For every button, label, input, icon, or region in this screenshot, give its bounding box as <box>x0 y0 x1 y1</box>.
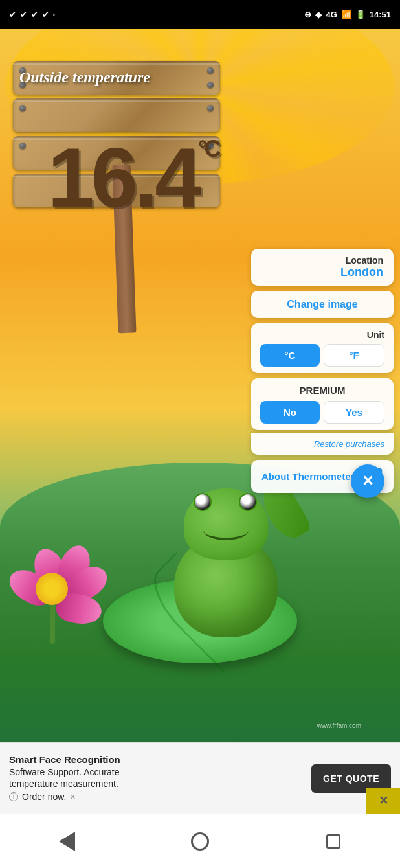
temperature-value: 16.4 °C <box>47 129 198 226</box>
battery-icon: 🔋 <box>355 10 366 19</box>
check-icon-3: ✔ <box>31 10 38 19</box>
watermark: www.frfam.com <box>317 722 361 729</box>
ad-close-icon[interactable]: ✕ <box>70 793 76 801</box>
change-image-label: Change image <box>287 299 357 310</box>
ad-line3: temperature measurement. <box>9 778 305 790</box>
ad-line2: Software Support. Accurate <box>9 766 305 778</box>
back-icon <box>59 832 75 851</box>
frog-eye-left <box>194 493 212 511</box>
dot-icon: • <box>53 12 55 17</box>
frog-smile <box>203 521 249 540</box>
ad-info-icon: i <box>9 792 18 801</box>
fahrenheit-button[interactable]: °F <box>324 344 384 367</box>
flower-center <box>36 573 68 605</box>
unit-label: Unit <box>260 330 384 340</box>
nav-home-button[interactable] <box>184 825 216 858</box>
settings-panel: Location London Change image Unit °C °F … <box>251 249 394 498</box>
nav-back-button[interactable] <box>50 825 83 858</box>
network-label: 4G <box>326 10 337 19</box>
nav-recent-button[interactable] <box>317 825 350 858</box>
ad-line4: Order now. <box>22 791 66 803</box>
strip-x-icon: ✕ <box>379 794 388 808</box>
close-button[interactable]: ✕ <box>351 464 384 498</box>
check-icon-1: ✔ <box>9 10 16 19</box>
restore-purchases-link[interactable]: Restore purchases <box>314 439 384 449</box>
ad-info-row: i Order now. ✕ <box>9 791 305 803</box>
check-icon-4: ✔ <box>42 10 49 19</box>
time-display: 14:51 <box>370 10 391 19</box>
about-label: About Thermometer <box>261 471 354 482</box>
screw-icon <box>207 105 214 111</box>
unit-block: Unit °C °F <box>251 323 394 373</box>
banner-ad: Smart Face Recognition Software Support.… <box>0 742 400 814</box>
status-right: ⊖ ◆ 4G 📶 🔋 14:51 <box>304 10 391 19</box>
location-label: Location <box>261 255 383 266</box>
premium-no-button[interactable]: No <box>260 401 320 424</box>
temperature-display: 16.4 °C <box>16 113 230 242</box>
wifi-icon: ◆ <box>315 10 322 19</box>
screw-icon <box>19 105 26 111</box>
change-image-button[interactable]: Change image <box>251 291 394 318</box>
outside-temp-label: Outside temperature <box>19 69 214 86</box>
ad-title: Smart Face Recognition <box>9 753 305 766</box>
bottom-navigation <box>0 814 400 868</box>
premium-label: PREMIUM <box>260 385 384 396</box>
frog <box>161 501 291 644</box>
location-block: Location London <box>251 249 394 286</box>
restore-purchases-block: Restore purchases <box>251 433 394 455</box>
block-icon: ⊖ <box>304 10 311 19</box>
flower <box>16 534 107 644</box>
ad-text-area: Smart Face Recognition Software Support.… <box>9 753 311 803</box>
flower-stem <box>50 599 55 644</box>
celsius-button[interactable]: °C <box>260 344 320 367</box>
recent-icon <box>326 834 340 849</box>
app-area: Outside temperature 16.4 °C Location <box>0 29 400 786</box>
signal-icon: 📶 <box>341 10 351 19</box>
close-icon: ✕ <box>362 473 373 490</box>
premium-toggle-group: No Yes <box>260 401 384 424</box>
home-icon <box>191 832 209 851</box>
check-icon-2: ✔ <box>20 10 27 19</box>
status-bar: ✔ ✔ ✔ ✔ • ⊖ ◆ 4G 📶 🔋 14:51 <box>0 0 400 29</box>
location-value[interactable]: London <box>261 266 383 279</box>
bottom-strip-close[interactable]: ✕ <box>366 788 400 814</box>
premium-yes-button[interactable]: Yes <box>324 401 384 424</box>
temperature-unit: °C <box>198 135 217 163</box>
premium-block: PREMIUM No Yes <box>251 378 394 430</box>
unit-toggle-group: °C °F <box>260 344 384 367</box>
status-left: ✔ ✔ ✔ ✔ • <box>9 10 55 19</box>
